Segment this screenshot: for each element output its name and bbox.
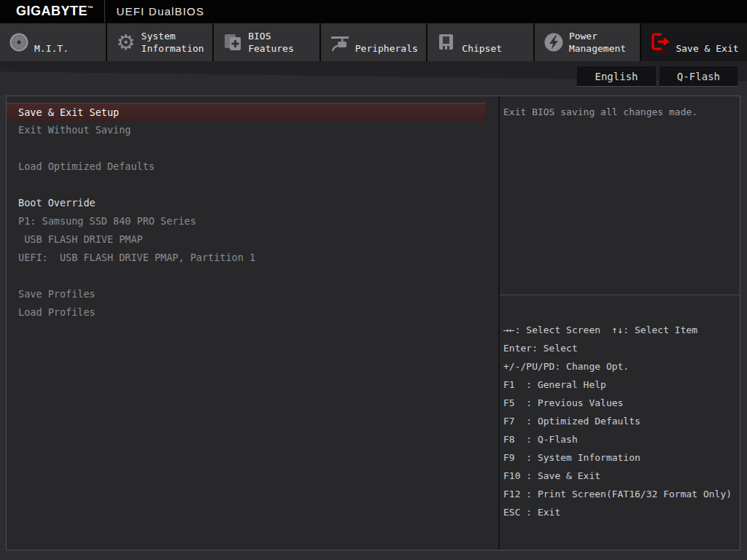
- chipset-icon: [434, 32, 459, 52]
- title-bar: GIGABYTE™ UEFI DualBIOS: [0, 0, 747, 23]
- tab-power-management-label: Power Management: [569, 29, 626, 55]
- menu-item-load-profiles[interactable]: Load Profiles: [7, 303, 485, 322]
- tab-system-information-label: System Information: [142, 29, 204, 55]
- menu-item-boot-device-ssd[interactable]: P1: Samsung SSD 840 PRO Series: [7, 212, 485, 230]
- legend-f8: F8 : Q-Flash: [503, 430, 738, 448]
- legend-f1: F1 : General Help: [503, 376, 738, 394]
- gear-icon: ⚙: [114, 32, 139, 52]
- power-bolt-icon: [541, 32, 566, 52]
- bios-features-icon: [220, 32, 245, 52]
- titlebar-divider: [104, 0, 105, 23]
- tab-chipset-label: Chipset: [462, 29, 502, 55]
- tab-bios-features[interactable]: BIOS Features: [214, 23, 320, 61]
- tab-peripherals-label: Peripherals: [355, 29, 418, 55]
- mit-dial-icon: [7, 32, 31, 52]
- legend-select-screen-item: →←: Select Screen ↑↓: Select Item: [503, 321, 738, 339]
- tab-chipset[interactable]: Chipset: [427, 23, 533, 61]
- key-legend: →←: Select Screen ↑↓: Select Item Enter:…: [500, 295, 740, 550]
- menu-item-exit-without-saving[interactable]: Exit Without Saving: [7, 121, 485, 139]
- legend-f5: F5 : Previous Values: [503, 394, 738, 412]
- tab-bar: M.I.T. ⚙ System Information BIOS Feature…: [0, 23, 747, 61]
- save-exit-door-icon: [648, 31, 673, 54]
- boot-override-header: Boot Override: [7, 194, 485, 212]
- legend-f12: F12 : Print Screen(FAT16/32 Format Only): [503, 485, 738, 503]
- language-button[interactable]: English: [576, 66, 657, 87]
- menu-item-boot-device-uefi-usb[interactable]: UEFI: USB FLASH DRIVE PMAP, Partition 1: [7, 249, 485, 267]
- help-sidebar: Exit BIOS saving all changes made. →←: S…: [498, 96, 740, 550]
- tab-peripherals[interactable]: Peripherals: [321, 23, 427, 61]
- tab-save-exit[interactable]: Save & Exit: [641, 23, 747, 61]
- menu-item-save-exit-setup[interactable]: Save & Exit Setup: [7, 103, 485, 121]
- sub-band: English Q-Flash: [0, 61, 747, 96]
- save-exit-menu: Save & Exit Setup Exit Without Saving Lo…: [7, 96, 498, 550]
- tab-bios-features-label: BIOS Features: [248, 29, 294, 55]
- legend-f7: F7 : Optimized Defaults: [503, 412, 738, 430]
- legend-esc: ESC : Exit: [503, 503, 738, 521]
- menu-item-boot-device-usb[interactable]: USB FLASH DRIVE PMAP: [7, 230, 485, 249]
- legend-change-opt: +/-/PU/PD: Change Opt.: [503, 357, 738, 376]
- tab-mit-label: M.I.T.: [34, 29, 69, 55]
- legend-enter: Enter: Select: [503, 339, 738, 357]
- tab-power-management[interactable]: Power Management: [535, 23, 640, 61]
- tab-save-exit-label: Save & Exit: [676, 29, 738, 55]
- gigabyte-logo: GIGABYTE™: [16, 4, 94, 19]
- tab-mit[interactable]: M.I.T.: [0, 23, 106, 61]
- legend-f10: F10 : Save & Exit: [503, 467, 738, 485]
- item-help-text: Exit BIOS saving all changes made.: [500, 96, 740, 295]
- menu-item-save-profiles[interactable]: Save Profiles: [7, 285, 485, 303]
- main-panel: Save & Exit Setup Exit Without Saving Lo…: [6, 96, 740, 551]
- trademark-symbol: ™: [88, 5, 94, 12]
- legend-f9: F9 : System Information: [503, 448, 738, 467]
- peripherals-icon: [328, 32, 352, 52]
- tab-system-information[interactable]: ⚙ System Information: [107, 23, 213, 61]
- bios-title: UEFI DualBIOS: [117, 5, 205, 18]
- qflash-button[interactable]: Q-Flash: [659, 66, 738, 87]
- menu-item-load-optimized-defaults[interactable]: Load Optimized Defaults: [7, 158, 485, 176]
